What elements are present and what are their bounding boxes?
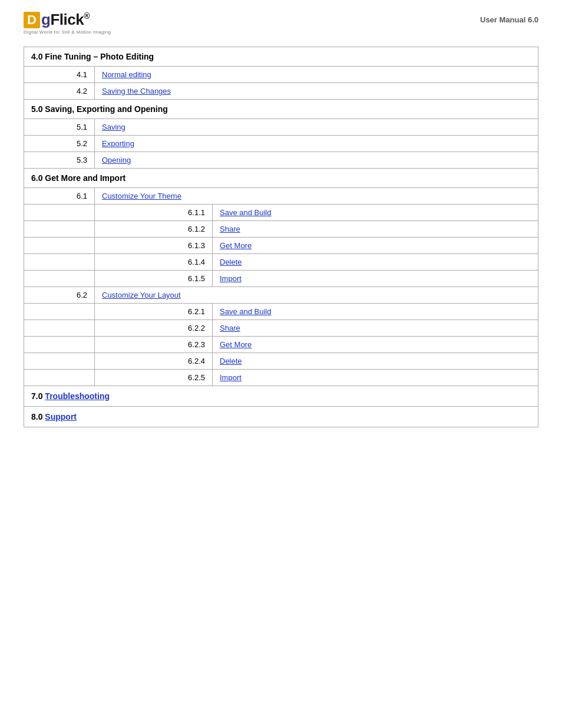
share-612-link[interactable]: Share [220, 225, 240, 233]
row-num: 6.2 [24, 287, 95, 304]
subrow-num: 6.2.4 [95, 353, 213, 370]
get-more-613-link[interactable]: Get More [220, 241, 252, 250]
subrow-num: 6.1.2 [95, 221, 213, 238]
row-num: 6.1 [24, 188, 95, 205]
section-4-header: 4.0 Fine Tuning – Photo Editing [24, 47, 538, 67]
row-num [24, 205, 95, 221]
row-num [24, 304, 95, 320]
table-row: 4.2 Saving the Changes [24, 83, 538, 100]
table-row: 6.1.1 Save and Build [24, 205, 538, 221]
row-link-cell[interactable]: Share [213, 320, 538, 337]
section-5-header: 5.0 Saving, Exporting and Opening [24, 100, 538, 119]
row-link-cell[interactable]: Saving the Changes [95, 83, 538, 100]
logo-container: D gFlick® Digital World for Still & Moti… [24, 11, 111, 35]
table-row: 6.2.5 Import [24, 370, 538, 386]
logo-reg: ® [84, 11, 90, 21]
table-row: 6.2.3 Get More [24, 337, 538, 353]
logo-flick: Flick [50, 11, 84, 28]
row-link-cell[interactable]: Delete [213, 353, 538, 370]
row-link-cell[interactable]: Import [213, 370, 538, 386]
customize-theme-link[interactable]: Customize Your Theme [102, 192, 181, 200]
row-num: 4.1 [24, 67, 95, 83]
row-link-cell[interactable]: Opening [95, 152, 538, 169]
support-link[interactable]: Support [45, 412, 77, 421]
manual-label: User Manual 6.0 [480, 11, 538, 24]
share-622-link[interactable]: Share [220, 324, 240, 332]
subrow-num: 6.2.1 [95, 304, 213, 320]
troubleshooting-link[interactable]: Troubleshooting [45, 391, 110, 401]
row-link-cell[interactable]: Save and Build [213, 205, 538, 221]
row-num [24, 353, 95, 370]
logo-text: gFlick® [41, 11, 90, 29]
delete-624-link[interactable]: Delete [220, 357, 242, 365]
table-row: 4.1 Normal editing [24, 67, 538, 83]
logo-g: g [41, 11, 50, 28]
section-7-title[interactable]: 7.0 Troubleshooting [24, 386, 538, 407]
section-8-title[interactable]: 8.0 Support [24, 407, 538, 427]
row-num [24, 370, 95, 386]
table-row: 6.2.1 Save and Build [24, 304, 538, 320]
table-row: 5.3 Opening [24, 152, 538, 169]
section-4-title: 4.0 Fine Tuning – Photo Editing [24, 47, 538, 67]
row-num [24, 320, 95, 337]
row-link-cell[interactable]: Normal editing [95, 67, 538, 83]
row-link-cell[interactable]: Share [213, 221, 538, 238]
get-more-623-link[interactable]: Get More [220, 340, 252, 349]
opening-link[interactable]: Opening [102, 156, 131, 164]
row-num: 5.1 [24, 119, 95, 136]
logo-box: D gFlick® [24, 11, 90, 29]
subrow-num: 6.2.5 [95, 370, 213, 386]
section-7-row: 7.0 Troubleshooting [24, 386, 538, 407]
subrow-num: 6.1.5 [95, 271, 213, 287]
row-num: 4.2 [24, 83, 95, 100]
saving-link[interactable]: Saving [102, 123, 125, 131]
section-6-header: 6.0 Get More and Import [24, 169, 538, 188]
import-615-link[interactable]: Import [220, 274, 242, 283]
row-link-cell[interactable]: Get More [213, 337, 538, 353]
section-8-row: 8.0 Support [24, 407, 538, 427]
subrow-num: 6.2.2 [95, 320, 213, 337]
save-build-611-link[interactable]: Save and Build [220, 208, 271, 217]
customize-layout-link[interactable]: Customize Your Layout [102, 291, 181, 299]
subrow-num: 6.2.3 [95, 337, 213, 353]
page-header: D gFlick® Digital World for Still & Moti… [0, 0, 562, 41]
subrow-num: 6.1.4 [95, 254, 213, 271]
delete-614-link[interactable]: Delete [220, 258, 242, 266]
exporting-link[interactable]: Exporting [102, 139, 134, 148]
row-num [24, 271, 95, 287]
row-link-cell[interactable]: Exporting [95, 136, 538, 152]
save-build-621-link[interactable]: Save and Build [220, 307, 271, 316]
import-625-link[interactable]: Import [220, 373, 242, 382]
row-link-cell[interactable]: Import [213, 271, 538, 287]
row-link-cell[interactable]: Customize Your Layout [95, 287, 538, 304]
row-num [24, 337, 95, 353]
row-link-cell[interactable]: Saving [95, 119, 538, 136]
row-num [24, 221, 95, 238]
table-row: 6.2.2 Share [24, 320, 538, 337]
table-row: 6.1.4 Delete [24, 254, 538, 271]
row-num [24, 238, 95, 254]
table-row: 6.1.2 Share [24, 221, 538, 238]
table-row: 6.2.4 Delete [24, 353, 538, 370]
subrow-num: 6.1.3 [95, 238, 213, 254]
row-num: 5.2 [24, 136, 95, 152]
row-num: 5.3 [24, 152, 95, 169]
row-link-cell[interactable]: Save and Build [213, 304, 538, 320]
toc-table: 4.0 Fine Tuning – Photo Editing 4.1 Norm… [24, 47, 538, 427]
logo-subtitle: Digital World for Still & Motion Imaging [24, 29, 111, 35]
table-row: 5.1 Saving [24, 119, 538, 136]
normal-editing-link[interactable]: Normal editing [102, 70, 151, 79]
table-row: 6.1 Customize Your Theme [24, 188, 538, 205]
section-6-title: 6.0 Get More and Import [24, 169, 538, 188]
row-link-cell[interactable]: Get More [213, 238, 538, 254]
row-num [24, 254, 95, 271]
row-link-cell[interactable]: Delete [213, 254, 538, 271]
table-row: 6.2 Customize Your Layout [24, 287, 538, 304]
table-row: 6.1.5 Import [24, 271, 538, 287]
section-5-title: 5.0 Saving, Exporting and Opening [24, 100, 538, 119]
table-row: 6.1.3 Get More [24, 238, 538, 254]
row-link-cell[interactable]: Customize Your Theme [95, 188, 538, 205]
table-row: 5.2 Exporting [24, 136, 538, 152]
toc-content: 4.0 Fine Tuning – Photo Editing 4.1 Norm… [0, 41, 562, 451]
saving-changes-link[interactable]: Saving the Changes [102, 87, 171, 95]
